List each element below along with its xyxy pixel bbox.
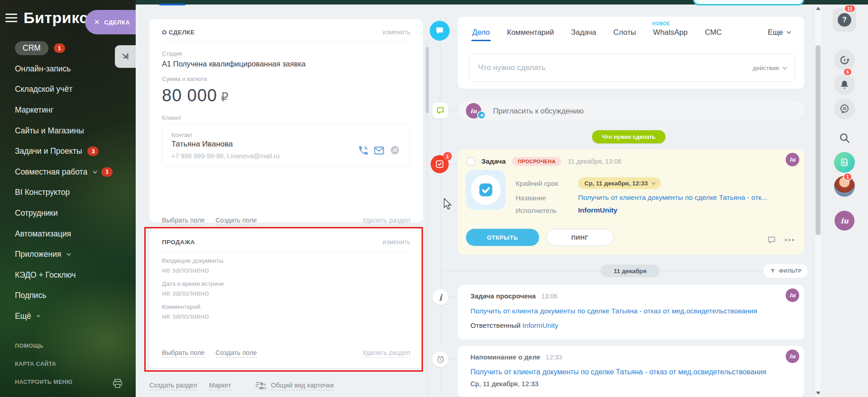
menu-burger-icon[interactable] — [5, 14, 17, 23]
avatar[interactable]: iu — [786, 350, 799, 363]
sidebar-item-collaboration[interactable]: Совместная работа1 — [15, 162, 131, 183]
close-icon[interactable]: ✕ — [94, 18, 100, 26]
card-view-link[interactable]: Общий вид карточки — [256, 381, 334, 390]
sum-label: Сумма и валюта — [162, 76, 410, 82]
scrollbar-thumb[interactable] — [816, 45, 821, 235]
connector — [448, 110, 458, 111]
invite-discussion-label: Пригласить к обсуждению — [493, 107, 583, 115]
about-create-field-link[interactable]: Создать поле — [216, 217, 257, 225]
deal-slider-pill[interactable]: ✕ СДЕЛКА — [85, 10, 136, 34]
top-cyan-pill — [693, 0, 804, 5]
scroll-up-arrow[interactable] — [816, 7, 821, 10]
avatar: iu + — [466, 103, 481, 118]
what-to-do-button[interactable]: Что нужно сделать — [592, 130, 665, 143]
sidebar-item-more[interactable]: Ещё — [15, 306, 131, 327]
open-task-button[interactable]: ОТКРЫТЬ — [466, 229, 539, 246]
sidebar-item-warehouse[interactable]: Складской учёт — [15, 79, 131, 100]
bell-icon — [839, 79, 850, 90]
phone-icon[interactable] — [357, 145, 369, 156]
contact-name-link[interactable]: Татьяна Иванова — [171, 140, 280, 149]
sales-select-field-link[interactable]: Выбрать поле — [162, 349, 205, 358]
sidebar-item-kedo[interactable]: КЭДО + Госключ — [15, 265, 131, 286]
task-name-link[interactable]: Получить от клиента документы по сделке … — [578, 194, 767, 202]
email-icon[interactable] — [373, 145, 385, 156]
sales-edit-link[interactable]: изменить — [383, 238, 410, 246]
more-actions-icon[interactable]: ••• — [784, 236, 795, 245]
connector — [448, 164, 458, 165]
add-user-icon: + — [477, 111, 486, 119]
sidebar-item-bi-builder[interactable]: BI Конструктор — [15, 182, 131, 203]
notifications-button[interactable] — [834, 74, 855, 95]
tab-whatsapp[interactable]: НОВОЕWhatsApp — [652, 19, 688, 45]
main-scrollbar[interactable] — [814, 5, 821, 397]
deadline-value-dropdown[interactable]: Ср, 11 декабря, 12:33 — [578, 177, 661, 189]
sidebar-item-automation[interactable]: Автоматизация — [15, 223, 131, 244]
invite-discussion-bar[interactable]: iu + Пригласить к обсуждению — [458, 101, 804, 121]
news-button[interactable] — [834, 152, 855, 173]
responsible-link[interactable]: InformUnity — [522, 321, 558, 329]
client-card: Контакт Татьяна Иванова +7 998 999-99-99… — [162, 124, 410, 167]
sidebar-item-tasks[interactable]: Задачи и Проекты3 — [15, 141, 131, 162]
timeline-header-card: Дело Комментарий Задача Слоты НОВОЕWhats… — [458, 17, 804, 89]
tab-task[interactable]: Задача — [570, 19, 597, 45]
task-timestamp: 11 декабря, 13:06 — [568, 158, 621, 165]
client-label: Клиент — [162, 114, 410, 121]
task-type-label: Задача — [481, 157, 506, 165]
comment-icon[interactable] — [767, 236, 776, 245]
tab-comment[interactable]: Комментарий — [506, 19, 555, 45]
composer-actions-dropdown[interactable]: действия — [753, 65, 786, 71]
tab-deal[interactable]: Дело — [471, 19, 491, 45]
sidebar-item-employees[interactable]: Сотрудники — [15, 203, 131, 224]
sidebar-sitemap-link[interactable]: КАРТА САЙТА — [15, 361, 56, 367]
entry-task-link[interactable]: Получить от клиента документы по сделке … — [470, 367, 782, 378]
field-comment[interactable]: Комментарий не заполнено — [162, 303, 410, 321]
sidebar-item-online-booking[interactable]: Онлайн-запись — [15, 59, 131, 80]
sales-delete-section-link[interactable]: Удалить раздел — [362, 349, 410, 358]
about-edit-link[interactable]: изменить — [383, 28, 410, 36]
market-link[interactable]: Маркет — [209, 382, 231, 390]
task-checkbox[interactable] — [467, 157, 475, 165]
entry-title: Напоминание о деле — [470, 353, 541, 361]
tab-sms[interactable]: СМС — [704, 19, 722, 45]
ping-button[interactable]: ПИНГ — [546, 229, 614, 246]
contact-details[interactable]: +7 998 999-99-99, t.ivanova@mail.ru — [171, 152, 280, 160]
info-icon: i — [432, 289, 448, 305]
tab-slots[interactable]: Слоты — [612, 19, 637, 45]
about-select-field-link[interactable]: Выбрать поле — [162, 217, 205, 225]
composer: действия — [469, 54, 795, 82]
entry-task-link[interactable]: Получить от клиента документы по сделке … — [470, 306, 787, 317]
avatar[interactable]: iu — [786, 153, 799, 166]
sidebar-item-apps[interactable]: Приложения — [15, 244, 131, 265]
field-incoming-documents[interactable]: Входящие документы не заполнено — [162, 257, 410, 274]
filter-button[interactable]: ФИЛЬТР — [764, 264, 808, 278]
overdue-count-badge: 1 — [443, 152, 452, 161]
sidebar-help-link[interactable]: ПОМОЩЬ — [15, 343, 43, 349]
deal-amount[interactable]: 80 000₽ — [162, 86, 410, 105]
sidebar-configure-menu-link[interactable]: НАСТРОИТЬ МЕНЮ — [15, 379, 72, 385]
users-icon — [256, 381, 267, 390]
avatar[interactable]: iu — [786, 288, 799, 302]
informunity-avatar[interactable]: iu — [835, 211, 854, 231]
search-button[interactable] — [839, 132, 850, 146]
stage-value[interactable]: А1 Получена квалифицированная заявка — [162, 60, 410, 68]
left-panel-scrollbar-thumb[interactable] — [426, 47, 429, 113]
assignee-link[interactable]: InformUnity — [578, 206, 617, 214]
assignee-label: Исполнитель — [516, 207, 578, 214]
sidebar-item-sites[interactable]: Сайты и Магазины — [15, 120, 131, 141]
sidebar-item-marketing[interactable]: Маркетинг — [15, 100, 131, 121]
messenger-icon[interactable] — [389, 145, 401, 156]
copilot-button[interactable] — [834, 50, 855, 71]
messenger-button[interactable] — [834, 99, 855, 119]
sales-create-field-link[interactable]: Создать поле — [216, 349, 257, 358]
sidebar-item-sign[interactable]: Подпись — [15, 285, 131, 306]
collapse-panel-button[interactable] — [115, 45, 136, 68]
scroll-down-arrow[interactable] — [816, 392, 821, 395]
tab-more[interactable]: Еще — [767, 19, 791, 45]
about-delete-section-link[interactable]: Удалить раздел — [362, 217, 410, 225]
field-meeting-datetime[interactable]: Дата и время встречи не заполнено — [162, 280, 410, 298]
sidebar-item-crm[interactable]: CRM1 — [15, 38, 131, 59]
create-section-link[interactable]: Создать раздел — [149, 382, 197, 390]
printer-icon[interactable] — [112, 378, 123, 389]
composer-input[interactable] — [478, 63, 753, 72]
connector — [448, 359, 458, 359]
